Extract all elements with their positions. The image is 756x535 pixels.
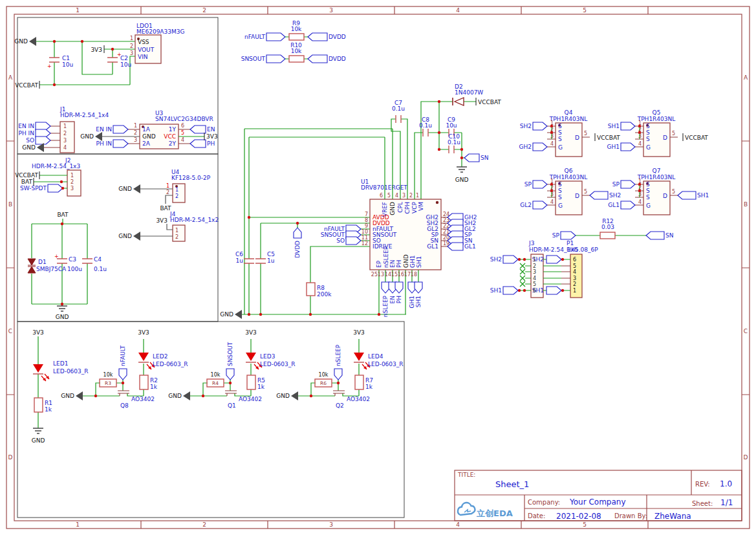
port-sh2-mid-icon[interactable] xyxy=(546,256,561,263)
port-gh1-icon[interactable] xyxy=(621,143,635,151)
port-gh2-icon[interactable] xyxy=(533,143,547,151)
shunt-resistor[interactable]: R12 0.03 SP SN xyxy=(552,218,674,239)
port-sh2-icon[interactable] xyxy=(590,191,608,199)
cap-c3-icon[interactable] xyxy=(57,259,67,263)
gnd-port-icon[interactable] xyxy=(183,391,190,400)
port-nsleep-icon[interactable] xyxy=(382,282,389,293)
cap-c8-icon[interactable] xyxy=(423,129,428,136)
c4-ref: C4 xyxy=(94,256,102,263)
led1-circuit[interactable]: 3V3 LED1 LED-0603_R R1 1k GND xyxy=(32,329,89,444)
port-gl2-icon[interactable] xyxy=(533,201,547,209)
cap-c4-icon[interactable] xyxy=(82,259,92,263)
port-sp-icon[interactable] xyxy=(561,232,576,239)
port-sh2-icon[interactable] xyxy=(503,256,518,263)
resistor-r5[interactable] xyxy=(247,375,255,389)
port-nsleep-icon[interactable] xyxy=(334,369,342,380)
q5-ref: Q5 xyxy=(653,109,661,116)
port-gl1-icon[interactable] xyxy=(621,201,635,209)
resistor-r10[interactable] xyxy=(289,56,304,62)
cap-c6-icon[interactable] xyxy=(244,259,254,263)
port-en-in-icon[interactable] xyxy=(36,122,50,130)
port-sh1-icon[interactable] xyxy=(678,191,696,199)
mosfet-q7[interactable]: Q7 TPH1R403NL SP GL1 1 2 3 4 5 S S S G D… xyxy=(608,168,709,215)
gnd-port-icon[interactable] xyxy=(29,37,36,46)
resistor-r1[interactable] xyxy=(34,398,43,412)
port-nfault-icon[interactable] xyxy=(119,369,127,380)
port-snsout-icon[interactable] xyxy=(226,369,234,380)
led4-circuit[interactable]: GND R6 10k nSLEEP AO3402 Q2 R7 1k LED4 L… xyxy=(276,329,403,409)
resistor-r2[interactable] xyxy=(140,375,148,389)
port-sh1-icon[interactable] xyxy=(503,287,518,294)
port-sh2-icon[interactable] xyxy=(533,122,547,130)
resistor-r9[interactable] xyxy=(289,34,304,40)
port-snsout-icon[interactable] xyxy=(266,55,285,63)
port-so-icon[interactable] xyxy=(346,237,361,245)
resistor-r12[interactable] xyxy=(600,232,615,239)
led4-icon[interactable] xyxy=(354,353,364,361)
port-sn-icon[interactable] xyxy=(464,154,479,162)
mosfet-q6[interactable]: Q6 TPH1R403NL SP GL2 1 2 3 4 5 S S S G D… xyxy=(520,168,621,215)
output-connectors[interactable]: J3 HDR-M-2.54_1x6 P1 HX5.08_6P SH2 SH1 S… xyxy=(490,240,598,298)
port-sp-icon[interactable] xyxy=(533,180,547,188)
mosfet-q8-icon[interactable] xyxy=(118,391,129,393)
gnd-port-icon[interactable] xyxy=(95,132,102,141)
port-sh1-icon[interactable] xyxy=(621,122,635,130)
led2-icon[interactable] xyxy=(138,353,149,361)
port-ph-in-icon[interactable] xyxy=(36,129,50,137)
pin-g: G xyxy=(646,144,651,151)
j4-connector[interactable]: J4 HDR-M-2.54_1x2 3V3 GND 1 2 xyxy=(118,211,219,241)
gnd-port-icon[interactable] xyxy=(235,310,242,319)
port-sh1-icon[interactable] xyxy=(415,282,422,293)
port-en-in-icon[interactable] xyxy=(113,126,128,133)
port-gl1-icon[interactable] xyxy=(448,243,463,250)
cap-c10-icon[interactable] xyxy=(449,146,454,153)
pin-name: VCP xyxy=(411,201,418,213)
j1-body[interactable] xyxy=(60,122,74,153)
mosfet-q4[interactable]: Q4 TPH1R403NL SH2 GH2 1 2 3 4 5 S S S G … xyxy=(519,109,621,157)
resistor-r8[interactable] xyxy=(307,283,315,296)
port-en-icon[interactable] xyxy=(190,126,206,133)
cap-c2-icon[interactable] xyxy=(107,58,118,62)
gnd-port-icon[interactable] xyxy=(133,232,140,241)
led1-icon[interactable] xyxy=(33,364,43,373)
port-ph-icon[interactable] xyxy=(190,140,206,147)
tvs-d1-icon2[interactable] xyxy=(28,267,36,273)
j2-connector[interactable]: J2 HDR-M-2.54_1x3 VCCBAT BAT SW-SPDT 1 2… xyxy=(15,157,81,196)
mosfet-q1-icon[interactable] xyxy=(225,391,237,393)
port-sp-icon[interactable] xyxy=(621,180,635,188)
diode-d2-icon[interactable] xyxy=(455,98,464,105)
gnd-port-icon[interactable] xyxy=(133,184,140,193)
pullup-resistors[interactable]: R9 10k nFAULT DVDD R10 10k SNSOUT DVDD xyxy=(241,20,346,63)
ldo-circuit[interactable]: GND + C1 10u + C2 10u 3V3 VCCBAT LDO1 ME… xyxy=(14,23,184,89)
col-label: 5 xyxy=(583,7,587,14)
port-sh1-mid-icon[interactable] xyxy=(546,287,561,294)
port-so-icon[interactable] xyxy=(36,136,50,144)
port-ph-in-icon[interactable] xyxy=(113,140,128,147)
port-ph-icon[interactable] xyxy=(395,282,403,293)
resistor-r7[interactable] xyxy=(355,375,363,389)
gnd-port-icon[interactable] xyxy=(291,391,298,400)
port-dvdd-icon[interactable] xyxy=(294,228,301,238)
u4-body[interactable] xyxy=(173,184,185,202)
mosfet-q2-icon[interactable] xyxy=(333,391,345,393)
pin-name: VCC xyxy=(164,133,176,140)
port-sn-icon[interactable] xyxy=(646,232,664,239)
cap-c5-icon[interactable] xyxy=(255,259,266,263)
port-nfault-icon[interactable] xyxy=(266,33,285,41)
vm-supply-circuit[interactable]: C7 0.1u C8 0.1u C9 10u C10 0.1u D2 1N400… xyxy=(392,83,501,183)
u4-terminal[interactable]: U4 KF128-5.0-2P GND 1 2 1 2 BAT xyxy=(118,169,210,212)
led3-ref: LED3 xyxy=(260,353,275,360)
gnd-port-icon[interactable] xyxy=(76,391,83,400)
j4-body[interactable] xyxy=(173,225,185,241)
port-dvdd-icon[interactable] xyxy=(308,33,327,41)
mosfet-q5[interactable]: Q5 TPH1R403NL SH1 GH1 1 2 3 4 5 S S S G … xyxy=(607,109,709,157)
cap-c7-icon[interactable] xyxy=(396,115,401,123)
cap-c1-icon[interactable] xyxy=(49,58,59,62)
port-sw-spdt-icon[interactable] xyxy=(48,184,63,192)
u1-gate-driver[interactable]: U1 DRV8701ERGET 6 5 4 3 2 1 VREF GND CPL… xyxy=(220,102,477,319)
tvs-d1-icon[interactable] xyxy=(28,259,36,265)
port-dvdd-icon[interactable] xyxy=(308,55,327,63)
led3-icon[interactable] xyxy=(246,353,256,361)
battery-protection-circuit[interactable]: BAT D1 SMBJ75CA + C3 100u C4 0.1u GND xyxy=(28,212,107,320)
j2-body[interactable] xyxy=(67,170,81,196)
